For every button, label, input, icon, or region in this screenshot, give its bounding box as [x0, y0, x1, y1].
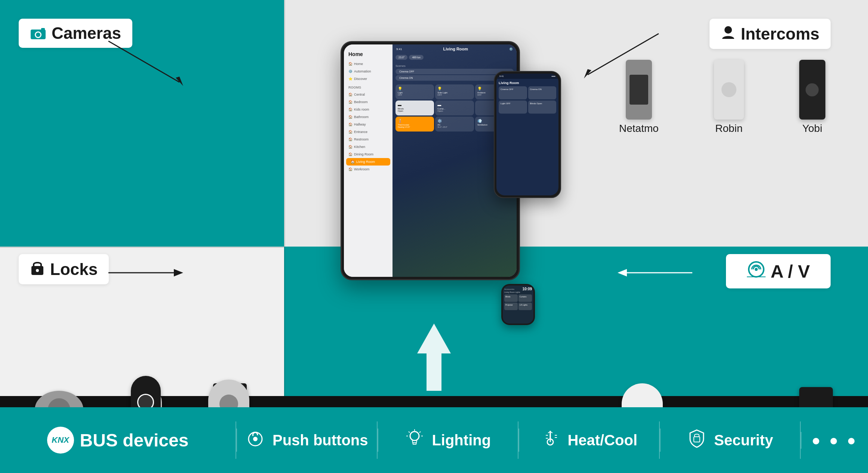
- watch-label-acc: Accessories: [504, 288, 514, 290]
- watch-tile-lights[interactable]: LR Lights: [518, 303, 532, 310]
- sidebar-kidsroom[interactable]: 🏠Kids room: [344, 106, 393, 113]
- knx-logo: KNX BUS devices: [47, 427, 189, 454]
- sidebar-bedroom[interactable]: 🏠Bedroom: [344, 98, 393, 106]
- netatmo-label: Netatmo: [619, 123, 659, 135]
- security-label: Security: [714, 432, 773, 449]
- svg-point-10: [724, 26, 732, 34]
- sidebar-kitchen[interactable]: 🏠Kitchen: [344, 143, 393, 151]
- svg-line-24: [409, 432, 410, 433]
- watch-mockup: Accessories 10:09 Living Room Lights Bli…: [498, 284, 539, 333]
- iphone-time: 9:41: [499, 75, 504, 77]
- iphone-room-title: Living Room: [499, 81, 556, 85]
- netatmo-image: [626, 60, 652, 120]
- heatcool-icon: [541, 429, 560, 452]
- svg-rect-32: [694, 437, 700, 442]
- knx-lighting[interactable]: Lighting: [378, 429, 518, 452]
- ipad-mockup: Home 🏠Home ⚙️Automation ⭐Discover Rooms …: [341, 41, 520, 280]
- app-battery: ⚙️: [509, 47, 513, 51]
- acc-thermostat[interactable]: 🌡️ThermostatHeating 14 23°: [395, 117, 434, 132]
- watch-tile-projector[interactable]: Projector: [504, 303, 518, 310]
- knx-more[interactable]: ● ● ●: [801, 432, 868, 449]
- svg-point-2: [36, 33, 40, 37]
- intercom-product-netatmo: Netatmo: [619, 60, 659, 135]
- svg-line-25: [419, 432, 421, 433]
- yobi-cam: [806, 83, 819, 96]
- av-icon: [747, 261, 766, 282]
- yobi-image: [799, 60, 825, 120]
- knx-security[interactable]: Security: [660, 429, 800, 452]
- svg-point-20: [253, 437, 258, 441]
- intercom-icon: [721, 24, 736, 44]
- iphone-tile-4[interactable]: Blinds Open: [528, 101, 557, 114]
- netatmo-screen: [630, 75, 648, 105]
- knx-brand-section: KNX BUS devices: [0, 427, 236, 454]
- app-time: 9:41: [396, 47, 402, 51]
- acc-curtain[interactable]: ▬Curtai...Open: [435, 101, 474, 115]
- lighting-icon: [405, 429, 424, 452]
- watch-tile-blinds[interactable]: Blinds: [504, 294, 518, 302]
- iphone-tile-1[interactable]: Cinema OFF: [499, 86, 527, 99]
- sidebar-entrance[interactable]: 🏠Entrance: [344, 128, 393, 136]
- watch-screen: Accessories 10:09 Living Room Lights Bli…: [503, 285, 533, 324]
- watch-time: 10:09: [522, 287, 532, 291]
- knx-bar: KNX BUS devices Push buttons: [0, 407, 868, 473]
- intercom-product-robin: Robin: [714, 60, 744, 135]
- svg-marker-17: [618, 269, 627, 276]
- app-room-title: Living Room: [443, 47, 468, 51]
- knx-brand-text: BUS devices: [80, 430, 189, 451]
- watch-tile-curtains[interactable]: Curtains: [518, 294, 532, 302]
- sidebar-automation[interactable]: ⚙️Automation: [344, 68, 393, 75]
- sidebar-hallway[interactable]: 🏠Hallway: [344, 121, 393, 128]
- iphone-tile-2[interactable]: Cinema ON: [528, 86, 557, 99]
- temp-pill[interactable]: 23.0°: [395, 55, 407, 60]
- acc-blinds[interactable]: ▬BlindsOpen: [395, 101, 434, 115]
- iphone-tile-3[interactable]: Light OFF: [499, 101, 527, 114]
- iphone-content: Living Room Cinema OFF Cinema ON Light O…: [496, 79, 558, 116]
- watch-body: Accessories 10:09 Living Room Lights Bli…: [501, 284, 535, 325]
- knx-logo-text: KNX: [52, 435, 69, 445]
- sidebar-dining[interactable]: 🏠Dining Room: [344, 151, 393, 158]
- acc-side-light[interactable]: 💡Side LightOFF: [435, 84, 474, 99]
- iphone-status-bar: 9:41 ●●●: [496, 74, 558, 79]
- knx-pushbuttons[interactable]: Push buttons: [236, 429, 377, 452]
- iphone-tiles-grid: Cinema OFF Cinema ON Light OFF Blinds Op…: [499, 86, 556, 114]
- scene1-button[interactable]: Cinema OFF: [395, 69, 514, 74]
- locks-badge: Locks: [19, 254, 109, 284]
- robin-cam: [721, 82, 736, 97]
- intercom-product-yobi: Yobi: [799, 60, 825, 135]
- knx-circle: KNX: [47, 427, 74, 454]
- iphone-screen: 9:41 ●●● Living Room Cinema OFF Cinema O…: [496, 74, 558, 195]
- camera-arrow: [105, 37, 187, 90]
- central-devices: Home 🏠Home ⚙️Automation ⭐Discover Rooms …: [322, 41, 546, 340]
- iphone-battery: ●●●: [551, 75, 555, 77]
- app-topbar: 9:41 Living Room ⚙️: [393, 44, 517, 53]
- sidebar-restroom[interactable]: 🏠Restroom: [344, 136, 393, 143]
- lux-pill[interactable]: 489 lux: [409, 55, 424, 60]
- av-badge: A / V: [726, 254, 831, 288]
- horizontal-divider: [0, 247, 284, 248]
- vertical-divider: [284, 0, 285, 396]
- svg-point-21: [410, 432, 419, 440]
- acc-light[interactable]: 💡LightOFF: [395, 84, 434, 99]
- sidebar-discover[interactable]: ⭐Discover: [344, 75, 393, 83]
- knx-more-dots: ● ● ●: [812, 432, 858, 449]
- svg-line-4: [108, 41, 179, 82]
- yobi-label: Yobi: [802, 123, 822, 135]
- ipad-screen: Home 🏠Home ⚙️Automation ⭐Discover Rooms …: [344, 44, 517, 277]
- pushbuttons-label: Push buttons: [273, 432, 368, 449]
- knx-heatcool[interactable]: Heat/Cool: [518, 429, 659, 452]
- locks-arrow: [105, 262, 187, 284]
- sidebar-bathroom[interactable]: 🏠Bathroom: [344, 113, 393, 121]
- control-row-1: 23.0° 489 lux: [395, 55, 514, 60]
- sidebar-central[interactable]: 🏠Central: [344, 91, 393, 98]
- robin-label: Robin: [715, 123, 742, 135]
- watch-topbar: Accessories 10:09: [504, 287, 532, 291]
- scenes-label: Scenes: [395, 64, 514, 68]
- sidebar-workroom[interactable]: 🏠Workroom: [344, 166, 393, 173]
- intercoms-label-text: Intercoms: [741, 25, 819, 43]
- acc-ac[interactable]: ❄️AC31.0°~23.0°: [435, 117, 474, 132]
- sidebar-home[interactable]: 🏠Home: [344, 60, 393, 68]
- sidebar-livingroom[interactable]: 🏠Living Room: [346, 158, 390, 166]
- page: Cameras Circle Arlo Ecobee: [0, 0, 868, 473]
- watch-room-label: Living Room Lights: [504, 291, 532, 293]
